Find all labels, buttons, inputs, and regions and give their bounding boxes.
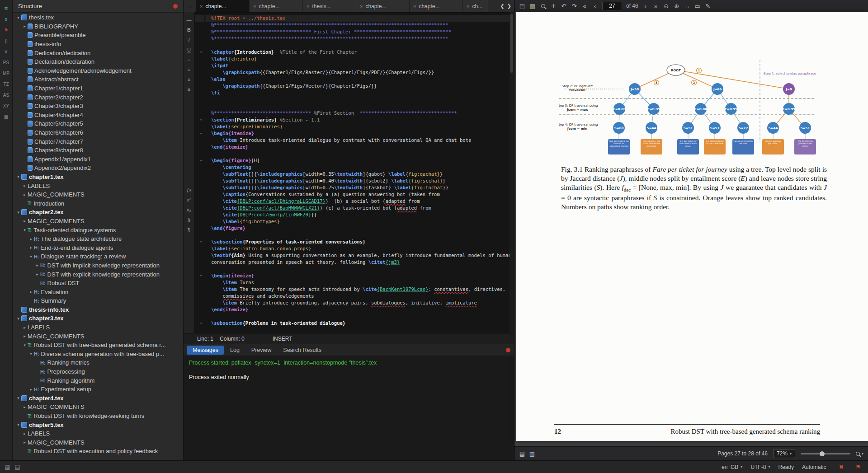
expand-arrow-icon[interactable]: ▾	[15, 422, 21, 427]
pan-tool-icon[interactable]: ✛	[550, 3, 557, 9]
code-line[interactable]: \subfloat[]{\includegraphics[width=0.35\…	[195, 171, 509, 178]
language-select[interactable]: en_GB ▾	[722, 464, 742, 470]
editor-tab[interactable]: ×ch...	[463, 0, 488, 12]
expand-arrow-icon[interactable]: ▸	[22, 431, 28, 436]
output-tab-preview[interactable]: Preview	[246, 346, 277, 355]
code-line[interactable]: %!TEX root = ../thesis.tex	[195, 15, 509, 22]
code-line[interactable]: \label{sec:preliminaries}	[195, 123, 509, 130]
structure-item[interactable]: Preamble/preamble	[13, 31, 183, 40]
expand-arrow-icon[interactable]: ▾	[15, 210, 21, 215]
presentation-icon[interactable]: ▦	[529, 3, 536, 9]
editor-scrollbar[interactable]	[509, 12, 514, 333]
fold-arrow-icon[interactable]: ▾	[195, 130, 205, 137]
fold-arrow-icon[interactable]: ▾	[195, 239, 205, 245]
fold-arrow-icon[interactable]: ▾	[195, 320, 205, 327]
page-layout-icon[interactable]: ▤	[519, 3, 525, 9]
code-line[interactable]: ▾\begin{itemize}	[195, 130, 509, 137]
collapse-button[interactable]: —	[187, 15, 192, 25]
math-symbols-icon[interactable]: π	[0, 46, 12, 57]
structure-item[interactable]: ▾chapter5.tex	[13, 420, 183, 429]
zoom-slider[interactable]	[801, 453, 850, 454]
asymptote-icon[interactable]: AS	[0, 89, 12, 100]
structure-item[interactable]: T:Introduction	[13, 199, 183, 208]
code-line[interactable]: %***************************************…	[195, 35, 509, 42]
scrollbar-thumb[interactable]	[510, 14, 513, 73]
code-line[interactable]: \graphicspath{{Chapter1/Figs/Vector/}{Ch…	[195, 83, 509, 89]
greek-symbols-icon[interactable]: α	[0, 14, 12, 24]
structure-item[interactable]: ▸MAGIC_COMMENTS	[13, 332, 183, 341]
structure-item[interactable]: Abstract/abstract	[13, 75, 183, 84]
code-line[interactable]: \cite{DBLP:conf/emnlp/LinMWF20}}}	[195, 211, 509, 218]
structure-item[interactable]: Dedication/dedication	[13, 48, 183, 57]
tab-scroll-right-icon[interactable]: ❯	[506, 3, 512, 9]
expand-arrow-icon[interactable]: ▾	[28, 351, 34, 356]
code-line[interactable]	[195, 42, 509, 49]
code-line[interactable]: \subfloat[]{\includegraphics[width=0.25\…	[195, 184, 509, 191]
expand-arrow-icon[interactable]: ▸	[22, 334, 28, 338]
editor-tab[interactable]: ×chapte...	[410, 0, 463, 12]
code-line[interactable]: commissives and acknowledgements	[195, 293, 509, 300]
expand-arrow-icon[interactable]: ▸	[22, 24, 28, 28]
code-line[interactable]: \item Turns	[195, 279, 509, 286]
code-line[interactable]: conversation presented in speech act the…	[195, 259, 509, 266]
structure-item[interactable]: ▾thesis.tex	[13, 13, 183, 22]
zoom-out-icon[interactable]: ⊖	[663, 3, 670, 9]
code-line[interactable]: \label{ch:intro}	[195, 56, 509, 62]
jump-back-icon[interactable]: ↶	[561, 3, 567, 9]
overview-icon[interactable]: ▦	[5, 464, 10, 470]
structure-item[interactable]: ▸MAGIC_COMMENTS	[13, 217, 183, 226]
structure-item[interactable]: ▾chapter4.tex	[13, 394, 183, 403]
structure-view-icon[interactable]: ≣	[0, 3, 12, 14]
expand-arrow-icon[interactable]: ▸	[22, 325, 28, 330]
line-ending-mode[interactable]: Automatic	[802, 464, 826, 470]
code-editor[interactable]: %!TEX root = ../thesis.tex%*************…	[195, 12, 509, 336]
structure-item[interactable]: ▸LABELS	[13, 323, 183, 332]
expand-arrow-icon[interactable]: ▸	[28, 237, 34, 241]
underline-button[interactable]: U	[187, 45, 191, 55]
tab-scroll-left-icon[interactable]: ❮	[500, 3, 505, 9]
search-icon[interactable]	[540, 4, 546, 8]
expand-arrow-icon[interactable]: ▾	[28, 254, 34, 259]
encoding-select[interactable]: UTF-8 ▾	[750, 464, 770, 470]
code-line[interactable]: %********************************** Firs…	[195, 28, 509, 35]
editor-tab[interactable]: ×chapte...	[196, 0, 250, 12]
code-line[interactable]: \textbf{Aim} Using a supporting conversa…	[195, 252, 509, 259]
close-tab-icon[interactable]: ×	[413, 4, 416, 9]
code-line[interactable]: \else	[195, 76, 509, 83]
structure-item[interactable]: Declaration/declaration	[13, 57, 183, 66]
structure-item[interactable]: ▸H:DST with explicit knowledge represent…	[13, 270, 183, 279]
expand-arrow-icon[interactable]: ▸	[22, 183, 28, 188]
editor-menu-icon[interactable]: —	[184, 0, 196, 12]
code-line[interactable]: \cite{DBLP:conf/acl/DhingraLLGCAD17}) (b…	[195, 198, 509, 205]
next-page-icon[interactable]: ›	[642, 3, 649, 9]
code-line[interactable]: %***************************************…	[195, 22, 509, 28]
structure-item[interactable]: ▸LABELS	[13, 429, 183, 438]
structure-item[interactable]: T:Robust DST with knowledge-seeking turn…	[13, 412, 183, 421]
code-line[interactable]: \item The taxonomy for speech acts intro…	[195, 286, 509, 293]
close-panel-button[interactable]	[173, 4, 178, 9]
structure-item[interactable]: ▸H:DST with implicit knowledge represent…	[13, 261, 183, 270]
code-line[interactable]	[195, 150, 509, 157]
structure-item[interactable]: ▾chapter1.tex	[13, 173, 183, 182]
code-line[interactable]: \end{itemize}	[195, 144, 509, 150]
structure-item[interactable]: ▸LABELS	[13, 181, 183, 190]
structure-item[interactable]: Chapter2/chapter2	[13, 93, 183, 102]
page-number-input[interactable]: 27	[602, 2, 622, 10]
code-line[interactable]	[195, 103, 509, 110]
paragraph-symbol-button[interactable]: ¶	[188, 225, 190, 234]
structure-item[interactable]: ▸MAGIC_COMMENTS	[13, 403, 183, 412]
structure-item[interactable]: ▾chapter2.tex	[13, 208, 183, 217]
bookmark-flag-icon[interactable]: ⚑	[855, 464, 861, 470]
close-tab-icon[interactable]: ×	[253, 4, 256, 9]
code-line[interactable]: \cite{DBLP:conf/acl/BaoHWWWWGLX21}) (c) …	[195, 205, 509, 211]
align-left-button[interactable]: ≡	[188, 55, 190, 65]
expand-arrow-icon[interactable]: ▸	[22, 219, 28, 223]
output-tab-messages[interactable]: Messages	[187, 346, 224, 355]
code-line[interactable]: ▾\begin{figure}[H]	[195, 157, 509, 164]
code-line[interactable]: \end{itemize}	[195, 306, 509, 313]
structure-item[interactable]: ▸H:The dialogue state architecture	[13, 234, 183, 244]
expand-arrow-icon[interactable]: ▾	[15, 316, 21, 321]
fold-arrow-icon[interactable]: ▾	[195, 117, 205, 123]
expand-arrow-icon[interactable]: ▸	[28, 245, 34, 250]
expand-arrow-icon[interactable]: ▾	[15, 396, 21, 400]
